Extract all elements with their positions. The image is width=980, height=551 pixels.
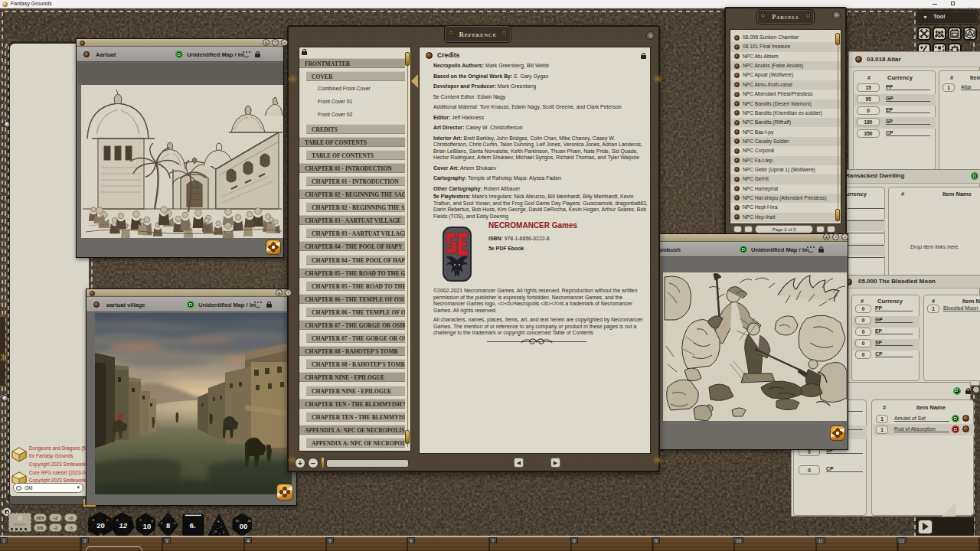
svg-text:2: 2: [161, 522, 162, 525]
svg-text:8: 8: [93, 519, 94, 522]
svg-text:20: 20: [96, 521, 105, 530]
svg-text:70: 70: [236, 520, 239, 523]
svg-text:12: 12: [119, 521, 128, 530]
svg-text:4: 4: [116, 519, 118, 522]
svg-text:10: 10: [143, 522, 152, 530]
svg-text:2: 2: [140, 519, 142, 522]
svg-text:6: 6: [152, 520, 153, 523]
svg-text:30: 30: [248, 520, 251, 523]
svg-text:8: 8: [166, 521, 170, 530]
svg-text:2: 2: [214, 530, 215, 533]
svg-text:6: 6: [174, 522, 175, 525]
svg-text:2: 2: [106, 519, 108, 522]
svg-text:6.: 6.: [190, 521, 196, 530]
svg-text:00: 00: [240, 522, 248, 530]
